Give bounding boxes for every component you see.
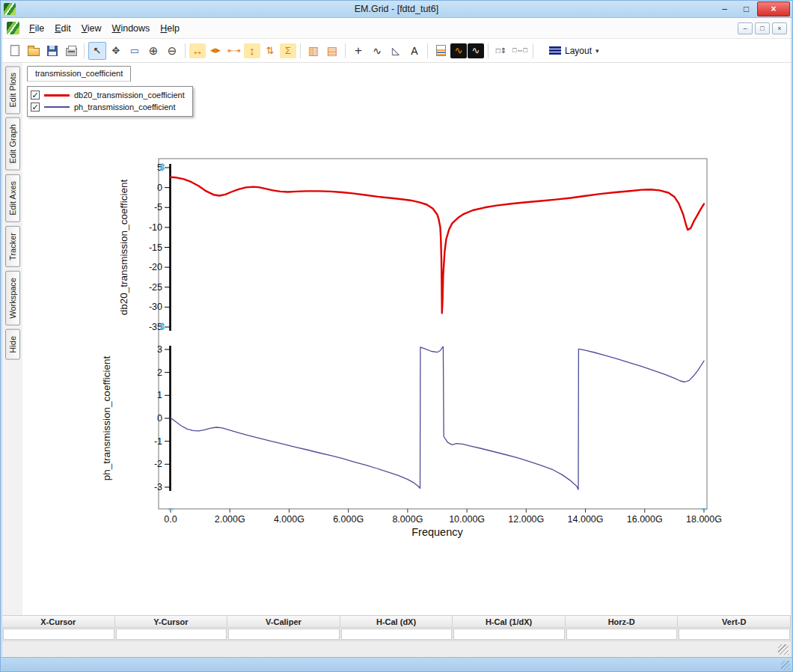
- layout-icon: [549, 46, 561, 55]
- split-vertical-button[interactable]: □⇕: [492, 42, 510, 60]
- y-tick-label: -1: [154, 436, 162, 447]
- filter-icon: ∿: [472, 46, 480, 55]
- status-col-h-cal-1-dx-: H-Cal (1/dX): [453, 616, 566, 627]
- close-button[interactable]: ×: [757, 1, 790, 16]
- sidebar-tab-edit-graph[interactable]: Edit Graph: [5, 117, 20, 171]
- legend-line-sample: [44, 94, 70, 97]
- mdi-close-button[interactable]: ×: [772, 22, 787, 34]
- select-tool-icon: ↖: [94, 46, 102, 55]
- pan-tool-button[interactable]: ✥: [107, 42, 125, 60]
- save-button[interactable]: [43, 42, 61, 60]
- toolbar-buttons: ↖✥▭⊕⊖↔◀▶⇤⇥↕⇅Σ▥▤+∿◺A∿∿□⇕□⇔□: [6, 42, 536, 60]
- y-axis-handle-icon[interactable]: ⇕: [159, 321, 167, 332]
- filter-button[interactable]: ∿: [468, 43, 484, 58]
- menu-items: FileEditViewWindowsHelp: [24, 20, 185, 37]
- x-axis-handle-icon[interactable]: ⇔: [699, 503, 709, 514]
- fft-button[interactable]: ∿: [450, 43, 467, 58]
- x-tick-label: 16.000G: [627, 514, 663, 525]
- print-button[interactable]: [62, 42, 80, 60]
- y-tick-label: -2: [154, 459, 162, 469]
- expand-x-icon: ↔: [192, 45, 203, 56]
- resize-grip-icon[interactable]: [781, 661, 790, 670]
- scroll-y-button[interactable]: ⇅: [261, 42, 279, 60]
- legend: ✓db20_transmission_coefficient✓ph_transm…: [27, 86, 193, 117]
- zoom-out-icon: ⊖: [168, 45, 177, 56]
- sidebar-tab-strip: Edit PlotsEdit GraphEdit AxesTrackerWork…: [2, 63, 22, 615]
- status-col-vert-d: Vert-D: [678, 616, 791, 627]
- x-tick-label: 18.000G: [686, 514, 722, 525]
- scroll-x-button[interactable]: ◀▶: [206, 42, 224, 60]
- menu-windows[interactable]: Windows: [107, 20, 156, 37]
- mdi-minimize-button[interactable]: –: [738, 22, 753, 34]
- scroll-y-icon: ⇅: [266, 46, 275, 55]
- crosshair-button[interactable]: +: [349, 42, 367, 60]
- toolbar-separator: [345, 43, 346, 58]
- y-axis-handle-icon[interactable]: ⇕: [159, 162, 167, 173]
- fit-x-button[interactable]: ⇤⇥: [225, 42, 243, 60]
- legend-checkbox[interactable]: ✓: [31, 103, 40, 112]
- status-col-x-cursor: X-Cursor: [2, 616, 115, 627]
- y-tick-label: -15: [149, 242, 162, 253]
- new-file-button[interactable]: [6, 42, 24, 60]
- status-col-v-caliper: V-Caliper: [227, 616, 340, 627]
- sidebar-tab-hide[interactable]: Hide: [5, 329, 20, 360]
- plot-frame: [159, 159, 707, 509]
- bar-chart-right-button[interactable]: ▤: [323, 42, 341, 60]
- status-col-h-cal-dx-: H-Cal (dX): [340, 616, 453, 627]
- y-tick-label: -5: [154, 202, 162, 213]
- y-tick-label: 1: [157, 390, 162, 400]
- split-horizontal-icon: □⇔□: [512, 47, 527, 54]
- autoscale-button[interactable]: Σ: [280, 43, 296, 58]
- status-value-row: [2, 628, 791, 641]
- window-controls: – □ ×: [714, 0, 790, 18]
- notes-button[interactable]: [432, 42, 450, 60]
- x-tick-label: 10.000G: [449, 514, 485, 525]
- mdi-restore-button[interactable]: □: [755, 22, 770, 34]
- x-tick-label: 4.000G: [274, 514, 304, 525]
- layout-dropdown[interactable]: Layout ▾: [543, 43, 605, 59]
- sidebar-tab-workspace[interactable]: Workspace: [5, 271, 20, 326]
- statusbar: [2, 641, 791, 657]
- zoom-in-button[interactable]: ⊕: [144, 42, 162, 60]
- pan-tool-icon: ✥: [112, 46, 120, 55]
- text-annotation-icon: A: [411, 46, 417, 56]
- y-tick-label: 3: [157, 344, 162, 355]
- y-axis-title: db20_transmission_coefficient: [118, 180, 129, 316]
- zoom-window-button[interactable]: ▭: [126, 42, 144, 60]
- select-tool-button[interactable]: ↖: [88, 42, 106, 60]
- cursor-status-table: X-CursorY-CursorV-CaliperH-Cal (dX)H-Cal…: [2, 615, 791, 641]
- toolbar-separator: [488, 43, 489, 58]
- x-tick-label: 8.000G: [392, 514, 423, 525]
- plot-tab[interactable]: transmission_coefficient: [27, 66, 131, 82]
- menu-file[interactable]: File: [24, 20, 49, 37]
- status-header-row: X-CursorY-CursorV-CaliperH-Cal (dX)H-Cal…: [2, 615, 791, 628]
- resize-grip-icon[interactable]: [778, 644, 789, 655]
- expand-y-button[interactable]: ↕: [244, 43, 260, 58]
- x-axis-title: Frequency: [411, 526, 463, 538]
- menubar: FileEditViewWindowsHelp – □ ×: [2, 18, 791, 39]
- plot-canvas[interactable]: 0.02.000G4.000G6.000G8.000G10.000G12.000…: [22, 63, 791, 615]
- menu-edit[interactable]: Edit: [49, 20, 76, 37]
- status-value: [679, 629, 790, 640]
- x-tick-label: 0.0: [164, 514, 177, 525]
- menu-view[interactable]: View: [76, 20, 107, 37]
- menu-help[interactable]: Help: [155, 20, 185, 37]
- split-horizontal-button[interactable]: □⇔□: [511, 42, 529, 60]
- legend-checkbox[interactable]: ✓: [31, 91, 40, 100]
- open-file-button[interactable]: [25, 42, 43, 60]
- bar-chart-left-button[interactable]: ▥: [304, 42, 322, 60]
- maximize-button[interactable]: □: [735, 1, 757, 16]
- new-file-icon: [10, 45, 19, 56]
- x-tick-label: 2.000G: [215, 514, 245, 525]
- text-annotation-button[interactable]: A: [405, 42, 423, 60]
- zoom-out-button[interactable]: ⊖: [163, 42, 181, 60]
- sidebar-tab-edit-plots[interactable]: Edit Plots: [5, 66, 20, 114]
- minimize-button[interactable]: –: [714, 1, 735, 16]
- window-frame-left: [0, 18, 2, 672]
- curve-marker-button[interactable]: ∿: [368, 42, 386, 60]
- caliper-button[interactable]: ◺: [387, 42, 405, 60]
- sidebar-tab-edit-axes[interactable]: Edit Axes: [5, 174, 20, 222]
- sidebar-tab-tracker[interactable]: Tracker: [5, 226, 20, 267]
- expand-x-button[interactable]: ↔: [189, 43, 206, 58]
- x-axis-handle-icon[interactable]: ⇔: [166, 503, 176, 514]
